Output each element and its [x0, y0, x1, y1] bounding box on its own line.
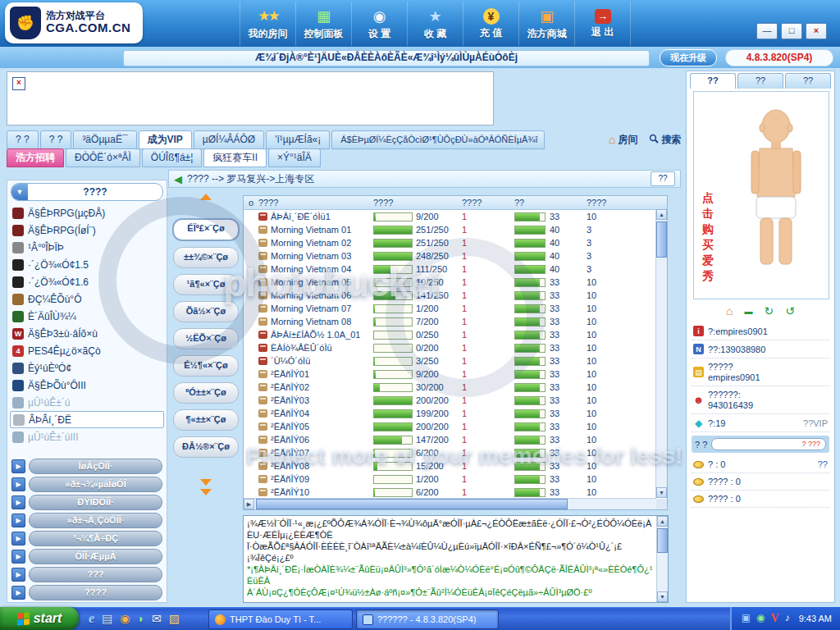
ad-close-icon[interactable]: ×	[12, 77, 25, 90]
toolbar-recharge-button[interactable]: ¥充 值	[463, 2, 519, 46]
back-icon[interactable]: ◀	[174, 173, 182, 185]
game-item-4[interactable]: ·´¿Ö¾«Ó¢1.6	[7, 273, 167, 290]
tab-row1-3[interactable]: 成为VIP	[139, 130, 192, 149]
area-pill-1[interactable]: ±±¾©×¨Çø	[173, 247, 239, 268]
table-row[interactable]: ²ËÄñÎÝ06147/20013310	[244, 433, 667, 446]
folder-icon[interactable]: ▨	[169, 612, 180, 625]
tab-row2-2[interactable]: ÖÚÎß¶á±¦	[142, 148, 203, 167]
coin-extra-link[interactable]: ??	[818, 459, 828, 469]
antivirus-icon[interactable]: V	[771, 612, 779, 625]
column-header-2[interactable]: ????	[373, 198, 455, 208]
channel-button-7[interactable]: ????	[29, 585, 162, 600]
expand-arrow-icon[interactable]: ▶	[11, 568, 25, 582]
tab-row1-6[interactable]: Á$ÈÞµØÍ¼ÈçÇåÒcìØ¹¶ÙÔçÐÙ»àÓªÂÓÑÈÍµÄ¾î	[331, 130, 545, 149]
upgrade-now-button[interactable]: 现在升级	[660, 49, 717, 66]
task-button-0[interactable]: THPT Đào Duy Tì - T...	[208, 609, 353, 629]
toolbar-mall-button[interactable]: ▣浩方商城	[519, 2, 575, 46]
game-item-11[interactable]: µÛ¹úÊ±´ú	[7, 394, 167, 411]
table-row[interactable]: Morning Vietnam 087/20013310	[244, 315, 667, 328]
table-row[interactable]: ²ËÄñÎÝ076/20013310	[244, 446, 667, 459]
show-desktop-icon[interactable]: ▤	[102, 612, 112, 625]
scroll-down-icon-2[interactable]	[200, 489, 212, 495]
table-row[interactable]: ²ËÄñÎÝ04199/20013310	[244, 407, 667, 420]
volume-icon[interactable]: ♪	[785, 612, 790, 625]
expand-arrow-icon[interactable]: ▶	[11, 459, 25, 473]
toolbar-favorites-button[interactable]: ★收 藏	[408, 2, 463, 46]
toolbar-my-room-button[interactable]: ★★我的房间	[240, 2, 296, 46]
user-panel-tab-1[interactable]: ??	[737, 73, 783, 89]
channel-button-6[interactable]: ???	[29, 567, 162, 582]
close-button[interactable]: ×	[806, 23, 827, 39]
ie-icon[interactable]: e	[89, 611, 94, 626]
channel-button-1[interactable]: »ð±¬¾«µäÍøÓÎ	[29, 477, 162, 492]
column-header-0[interactable]: o	[244, 198, 258, 208]
scrollbar-up-icon[interactable]: ▲	[656, 209, 667, 220]
channel-button-3[interactable]: »ð±¬À¸ÇòÓÎÏ·	[29, 513, 162, 528]
tab-row2-4[interactable]: ×Ý°¹äÎÄ	[268, 148, 321, 167]
notice-scrollbar[interactable]: ▲ ▼	[656, 516, 668, 602]
notice-scroll-down-icon[interactable]: ▼	[657, 591, 668, 602]
channel-button-2[interactable]: ÐÝÏÐÓÎÏ·	[29, 495, 162, 510]
table-row[interactable]: Morning Vietnam 02251/2501403	[244, 236, 667, 249]
channel-button-5[interactable]: ÓÎÏ·ÆµµÀ	[29, 549, 162, 564]
horizontal-scrollbar[interactable]: ◀ ▶	[244, 498, 656, 509]
column-header-3[interactable]: ????	[455, 198, 508, 208]
table-row[interactable]: ²ËÄñÎÝ0815/20013310	[244, 459, 667, 472]
tab-row1-1[interactable]: ? ?	[40, 130, 72, 149]
tab-row2-0[interactable]: 浩方招聘	[7, 148, 64, 167]
notice-scroll-thumb[interactable]	[657, 528, 668, 553]
task-button-1[interactable]: ?????? - 4.8.3.820(SP4)	[356, 609, 499, 629]
table-row[interactable]: ²ËÄñÎÝ05200/20013310	[244, 420, 667, 433]
area-pill-0[interactable]: ÉÏº£×¨Çø	[172, 218, 240, 241]
user-panel-tab-2[interactable]: ??	[785, 73, 831, 89]
game-item-10[interactable]: Ä§ÊÞÕù°ÔIII	[7, 377, 167, 394]
media-player-icon[interactable]: ◉	[120, 612, 130, 625]
area-pill-4[interactable]: ½­ËÕ×¨Çø	[173, 328, 239, 349]
forum-link[interactable]: £°http://bbs.cga.com.cn/BBS_content/226/…	[247, 598, 655, 600]
table-row[interactable]: ÂÞÂí¸´ÐË´óÌü19/20013310	[244, 210, 667, 223]
tab-row1-4[interactable]: µØÍ¼ÂÁÔØ	[194, 130, 264, 149]
table-row[interactable]: ²ËÄñÎÝ03200/20013310	[244, 394, 667, 407]
table-row[interactable]: Morning Vietnam 04111/2501403	[244, 262, 667, 276]
room-button[interactable]: ⌂ 房间	[609, 133, 637, 147]
table-row[interactable]: ÂÞÂí±£ÎÀÕ½ 1.0A_010/25013310	[244, 328, 667, 341]
tab-row2-3[interactable]: 疯狂赛车II	[203, 148, 267, 167]
table-row[interactable]: ²ËÄñÎÝ106/20013310	[244, 486, 667, 499]
scroll-down-icon[interactable]	[200, 479, 212, 486]
column-header-5[interactable]: ????	[587, 198, 667, 208]
table-row[interactable]: ²ËÄñÎÝ091/20013310	[244, 472, 667, 486]
game-item-0[interactable]: Ä§ÊÞRPG(µçÐÅ)	[7, 204, 167, 221]
table-row[interactable]: ÈÀÍò¾ÅÈÛ´óÌü0/20013310	[244, 341, 667, 354]
area-pill-5[interactable]: É½¶«×¨Çø	[173, 355, 239, 377]
game-item-13[interactable]: µÛ¹úÊ±´úIII	[7, 428, 167, 445]
game-item-6[interactable]: È´ÄûÎÙ¾¼	[7, 308, 167, 325]
game-item-7[interactable]: WÄ§ÊÞ3±ù·âÍõ×ù	[7, 325, 167, 342]
table-row[interactable]: Morning Vietnam 0510/25013310	[244, 276, 667, 289]
table-row[interactable]: Morning Vietnam 03248/2501403	[244, 249, 667, 262]
user-panel-tab-0[interactable]: ??	[690, 73, 736, 89]
table-row[interactable]: Morning Vietnam 06141/25013310	[244, 289, 667, 302]
scrollbar-thumb[interactable]	[656, 221, 667, 258]
column-header-1[interactable]: ????	[258, 198, 373, 208]
channel-button-4[interactable]: ³¬¼¶Ã÷ÐÇ	[29, 531, 162, 546]
expand-arrow-icon[interactable]: ▶	[11, 495, 25, 509]
shield-icon[interactable]: ◉	[756, 612, 765, 625]
breadcrumb-more-button[interactable]: ??	[651, 171, 675, 186]
expand-arrow-icon[interactable]: ▶	[11, 550, 25, 564]
scrollbar-right-icon[interactable]: ▶	[244, 499, 254, 509]
column-header-4[interactable]: ??	[508, 198, 587, 208]
mail-icon[interactable]: ✉	[152, 612, 162, 625]
expand-arrow-icon[interactable]: ▶	[11, 532, 25, 546]
toolbar-settings-button[interactable]: ◉设 置	[352, 2, 408, 46]
expand-arrow-icon[interactable]: ▶	[11, 477, 25, 491]
search-button[interactable]: 搜索	[649, 133, 681, 147]
game-item-2[interactable]: ¹Â°ºÎÞÏÞ	[7, 239, 167, 256]
start-button[interactable]: start	[0, 607, 79, 630]
game-item-9[interactable]: Èý¹úÈºÓ¢	[7, 359, 167, 377]
vertical-scrollbar[interactable]: ▲ ▼	[655, 209, 667, 498]
tab-row1-2[interactable]: ³äÖµµaË¯	[73, 130, 136, 149]
area-pill-3[interactable]: Õã½­×¨Çø	[173, 301, 239, 322]
tab-row1-0[interactable]: ? ?	[7, 130, 39, 149]
messenger-icon[interactable]: ◗	[138, 612, 144, 625]
channel-button-0[interactable]: ÍøÂçÓÎÏ·	[29, 459, 162, 474]
